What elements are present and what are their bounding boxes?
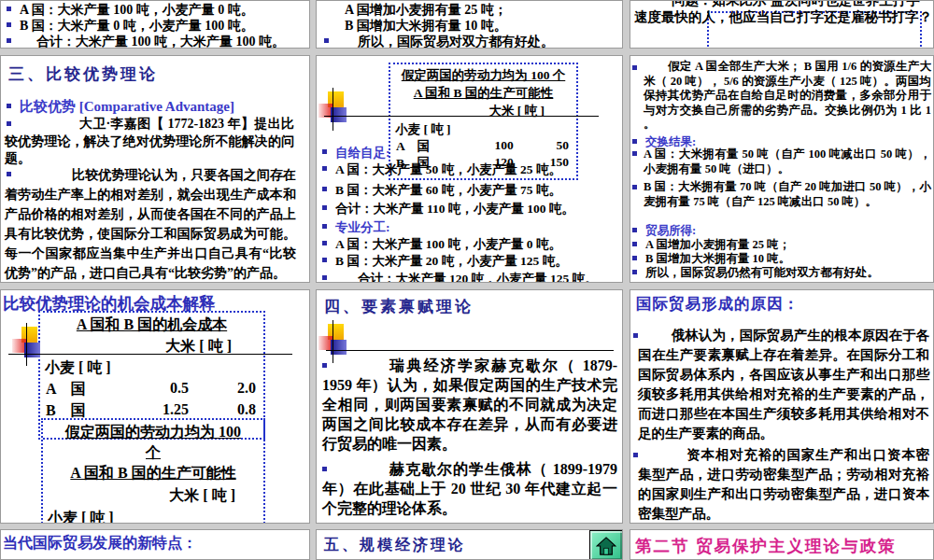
list-item: 合计：大米产量 110 吨，小麦产量 100 吨。	[335, 201, 574, 217]
list-item: A 国：大米产量 100 吨，小麦产量 0 吨。	[20, 2, 254, 19]
bullet-icon	[632, 151, 637, 156]
column-header-rice: 大米 [ 吨 ]	[488, 103, 545, 119]
list-item: 合计：大米产量 120 吨，小麦产量 125 吨。	[358, 271, 598, 283]
column-header-rice: 大米 [ 吨 ]	[169, 486, 235, 506]
table-row: A 国 100 50	[396, 138, 569, 155]
slide-r4c1[interactable]: 当代国际贸易发展的新特点：	[0, 529, 310, 560]
bullet-icon	[632, 65, 637, 70]
template-logo-icon	[318, 324, 354, 363]
slide-r2c3[interactable]: 假定 A 国全部生产大米； B 国用 1/6 的资源生产大米（ 20 吨）， 5…	[630, 55, 934, 283]
list-item: 所以，国际贸易仍然有可能对双方都有好处。	[645, 265, 879, 281]
list-item: 合计：大米产量 100 吨，大米产量 100 吨。	[36, 34, 285, 49]
table-title: A 国和 B 国的生产可能性	[390, 85, 576, 102]
bullet-icon	[632, 270, 637, 274]
bullet-icon	[7, 104, 11, 108]
subheading: 自给自足:	[335, 145, 390, 161]
paragraph: 假定 A 国全部生产大米； B 国用 1/6 的资源生产大米（ 20 吨）， 5…	[644, 60, 931, 133]
list-item: B 国：大米产量 20 吨，小麦产量 125 吨。	[335, 253, 568, 270]
list-item: A 国增加小麦拥有量 25 吨；	[345, 2, 507, 19]
table-title: A 国和 B 国的生产可能性	[43, 464, 263, 483]
slide-title: 四、要素禀赋理论	[324, 296, 474, 317]
slide-r1c2[interactable]: A 国增加小麦拥有量 25 吨； B 国增加大米拥有量 10 吨。 所以，国际贸…	[316, 0, 623, 49]
table-assumption: 假定两国的劳动力均为 100	[43, 423, 263, 442]
table-title: A 国和 B 国的机会成本	[40, 315, 263, 335]
slide-title: 五、规模经济理论	[324, 536, 466, 555]
slide-r1c3[interactable]: 问题：如果比尔·盖茨同时也是世界上打字 速度最快的人，他应当自己打字还是雇秘书打…	[630, 0, 934, 49]
paragraph: 赫克歇尔的学生俄林（ 1899-1979 年）在此基础上于 20 世纪 30 年…	[322, 459, 617, 518]
subheading: 专业分工:	[335, 219, 390, 236]
bullet-icon	[7, 7, 11, 11]
slide-title: 当代国际贸易发展的新特点：	[3, 534, 197, 553]
house-icon	[596, 537, 616, 555]
bullet-icon	[632, 185, 637, 189]
bullet-icon	[7, 38, 11, 43]
bullet-icon	[322, 166, 327, 171]
subheading: 比较优势 [Comparative Advantage]	[20, 98, 234, 116]
slide-title: 国际贸易形成的原因：	[636, 294, 800, 315]
slide-r3c2[interactable]: 四、要素禀赋理论 瑞典经济学家赫克歇尔（ 1879-1959 年）认为，如果假定…	[316, 289, 623, 524]
bullet-icon	[322, 258, 327, 262]
bullet-icon	[632, 228, 637, 232]
column-header-wheat: 小麦 [ 吨 ]	[45, 358, 111, 378]
bullet-icon	[322, 241, 327, 245]
paragraph: B 国：大米拥有量 70 吨（自产 20 吨加进口 50 吨），小麦拥有量 75…	[644, 180, 931, 209]
list-item: B 国：大米产量 60 吨，小麦产量 75 吨。	[335, 182, 561, 199]
section-title: 第二节 贸易保护主义理论与政策	[635, 535, 896, 557]
template-logo-icon	[12, 327, 48, 366]
bullet-icon	[7, 22, 11, 27]
bullet-icon	[322, 224, 327, 229]
slide-r2c1[interactable]: 三、比较优势理论 比较优势 [Comparative Advantage] 大卫…	[0, 55, 310, 283]
table-assumption: 假定两国的劳动力均为 100 个	[390, 67, 576, 84]
bullet-icon	[632, 256, 637, 260]
template-logo-icon	[318, 91, 354, 131]
bullet-icon	[322, 149, 327, 154]
list-item: 所以，国际贸易对双方都有好处。	[358, 34, 554, 49]
divider-line	[326, 350, 614, 351]
bullet-icon	[322, 187, 327, 191]
paragraph: 大卫·李嘉图【 1772-1823 年】提出比较优势理论，解决了绝对优势理论所不…	[5, 116, 294, 168]
paragraph: 瑞典经济学家赫克歇尔（ 1879-1959 年）认为，如果假定两国的生产技术完全…	[322, 356, 617, 454]
bullet-icon	[632, 242, 637, 246]
list-item: B 国增加大米拥有量 10 吨。	[345, 18, 507, 35]
paragraph: 俄林认为，国际贸易产生的根本原因在于各国在生产要素禀赋上存在着差异。在国际分工和…	[638, 326, 929, 443]
home-button[interactable]	[589, 530, 623, 560]
slide-r3c3[interactable]: 国际贸易形成的原因： 俄林认为，国际贸易产生的根本原因在于各国在生产要素禀赋上存…	[630, 289, 934, 524]
slide-title: 三、比较优势理论	[8, 63, 158, 85]
paragraph: A 国：大米拥有量 50 吨（自产 100 吨减出口 50 吨），小麦拥有量 5…	[644, 147, 931, 176]
production-possibility-table-cropped: 假定两国的劳动力均为 100 个 A 国和 B 国的生产可能性 大米 [ 吨 ]…	[41, 418, 265, 524]
slide-r3c1[interactable]: 比较优势理论的机会成本解释 A 国和 B 国的机会成本 大米 [ 吨 ] 小麦 …	[0, 289, 310, 524]
list-item: B 国：大米产量 0 吨，小麦产量 100 吨。	[20, 18, 254, 35]
slide-r1c1[interactable]: A 国：大米产量 100 吨，小麦产量 0 吨。 B 国：大米产量 0 吨，小麦…	[0, 0, 310, 49]
list-item: A 国：大米产量 100 吨，小麦产量 0 吨。	[335, 236, 561, 253]
column-header-wheat: 小麦 [ 吨 ]	[395, 121, 451, 138]
paragraph: 比较优势理论认为，只要各国之间存在着劳动生产率上的相对差别，就会出现生产成本和产…	[5, 165, 296, 283]
bullet-icon	[322, 205, 327, 210]
table-row: A 国 0.5 2.0	[46, 380, 256, 399]
divider-line	[8, 354, 292, 355]
bullet-icon	[322, 275, 327, 280]
column-header-wheat: 小麦 [ 吨 ]	[48, 509, 114, 524]
paragraph: 资本相对充裕的国家生产和出口资本密集型产品，进口劳动密集型产品；劳动相对充裕的国…	[638, 445, 929, 524]
slide-r4c2[interactable]: 五、规模经济理论	[316, 529, 623, 560]
bullet-icon	[324, 38, 329, 43]
question-text: 速度最快的人，他应当自己打字还是雇秘书打字？	[634, 8, 932, 26]
bullet-icon	[632, 139, 637, 144]
list-item: A 国：大米产量 50 吨，小麦产量 25 吨。	[335, 161, 561, 178]
slide-r4c3[interactable]: 第二节 贸易保护主义理论与政策	[630, 529, 934, 560]
slide-r2c2[interactable]: 假定两国的劳动力均为 100 个 A 国和 B 国的生产可能性 大米 [ 吨 ]…	[316, 55, 623, 283]
table-assumption-wrap: 个	[43, 443, 263, 463]
divider-line	[324, 116, 599, 117]
